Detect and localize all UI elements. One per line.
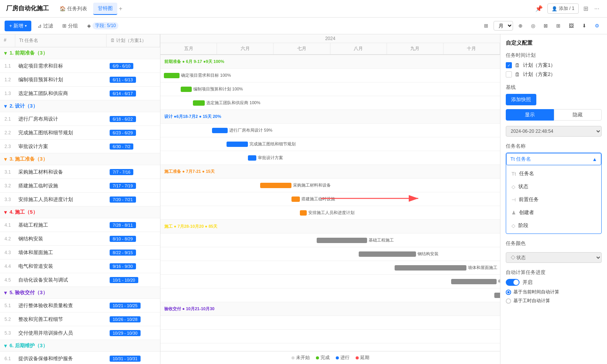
add-baseline-button[interactable]: 添加快照 bbox=[506, 94, 536, 105]
date-badge: 10/1 - 10/20 bbox=[110, 277, 138, 283]
gantt-task-row: 编制项目预算和计划 100% bbox=[160, 82, 500, 96]
task-name[interactable]: 整改和完善工程细节 bbox=[15, 316, 107, 323]
task-row: 2.2 完成施工图纸和细节规划 6/23 - 6/29 bbox=[0, 126, 160, 140]
legend-dot-complete bbox=[316, 356, 319, 359]
task-name[interactable]: 确定项目需求和目标 bbox=[15, 63, 107, 69]
task-name[interactable]: 搭建施工临时设施 bbox=[15, 182, 107, 189]
task-name[interactable]: 进行整体验收和质量检查 bbox=[15, 302, 107, 309]
gantt-month-sep: 九月 bbox=[387, 43, 444, 54]
section-4-arrow[interactable]: ▼ bbox=[3, 209, 8, 215]
period-select[interactable]: 月周日 bbox=[494, 21, 513, 31]
option-predecessor[interactable]: ⊣ 前置任务 bbox=[506, 193, 601, 206]
task-name[interactable]: 安排施工人员和进度计划 bbox=[15, 196, 107, 203]
task-name[interactable]: 采购施工材料和设备 bbox=[15, 169, 107, 176]
task-name-section-title: 任务名称 bbox=[506, 143, 602, 150]
gantt-bar-label: 墙体和屋面施工 bbox=[468, 265, 497, 271]
option-creator[interactable]: ♟ 创建者 bbox=[506, 206, 601, 219]
download-icon[interactable]: ⬇ bbox=[579, 21, 589, 30]
group-button[interactable]: ⊞ 分组 bbox=[59, 21, 81, 31]
task-name[interactable]: 电气和管道安装 bbox=[15, 263, 107, 270]
section-6-arrow[interactable]: ▼ bbox=[3, 343, 8, 349]
task-name[interactable]: 选定施工团队和供应商 bbox=[15, 90, 107, 97]
share-icon[interactable]: ⊕ bbox=[515, 21, 526, 30]
gantt-section-row: 施工 ● 7月28-10月20 ● 85天 bbox=[160, 220, 500, 234]
baseline-toggle: 显示 隐藏 bbox=[506, 109, 602, 121]
fields-icon: ◈ bbox=[87, 23, 91, 29]
section-5-row: ▼ 5. 验收交付（3） bbox=[0, 287, 160, 299]
gantt-bar-label: 采购施工材料和设备 bbox=[293, 182, 331, 188]
gantt-task-row: 自动化设备安装与调试 bbox=[160, 288, 500, 302]
task-name[interactable]: 审批设计方案 bbox=[15, 143, 107, 150]
gantt-bar-label: 搭建施工临时设施 bbox=[301, 196, 335, 202]
task-name[interactable]: 交付使用并培训操作人员 bbox=[15, 330, 107, 337]
task-color-select[interactable]: ◇ 状态 bbox=[506, 252, 602, 263]
task-name[interactable]: 自动化设备安装与调试 bbox=[15, 277, 107, 283]
task-num: 3.2 bbox=[0, 183, 15, 188]
section-2-arrow[interactable]: ▼ bbox=[3, 103, 8, 109]
plan1-checkbox[interactable]: ✓ bbox=[506, 62, 512, 68]
tab-add-btn[interactable]: + bbox=[119, 5, 122, 12]
gantt-section-label: 验收交付 ● 10月21-10月30 bbox=[164, 306, 214, 312]
fit-icon[interactable]: ⊠ bbox=[541, 21, 551, 30]
settings-icon[interactable]: ⚙ bbox=[592, 21, 602, 30]
image-icon[interactable]: 🖼 bbox=[566, 21, 577, 30]
tab-tasklist[interactable]: 🏠 任务列表 bbox=[55, 3, 92, 14]
task-date: 6/14 - 6/17 bbox=[107, 90, 160, 96]
tab-gantt[interactable]: 甘特图 bbox=[93, 3, 117, 15]
col-plan: 🗓 计划（方案1） bbox=[107, 34, 160, 47]
base-current-radio[interactable] bbox=[506, 290, 511, 295]
section-2-label: 2. 设计（3） bbox=[10, 103, 38, 110]
task-num: 2.1 bbox=[0, 116, 15, 122]
gantt-month-aug: 八月 bbox=[330, 43, 387, 54]
gantt-bar bbox=[212, 128, 228, 133]
task-name[interactable]: 墙体和屋面施工 bbox=[15, 249, 107, 256]
task-num: 4.3 bbox=[0, 250, 15, 255]
gantt-task-row: 墙体和屋面施工 bbox=[160, 261, 500, 275]
task-name[interactable]: 进行厂房布局设计 bbox=[15, 116, 107, 122]
task-date: 10/31 - 10/31 bbox=[107, 356, 160, 361]
date-badge: 9/16 - 9/30 bbox=[110, 263, 136, 269]
task-name[interactable]: 钢结构安装 bbox=[15, 235, 107, 242]
more-icon[interactable]: ··· bbox=[593, 5, 601, 13]
task-date: 7/28 - 8/11 bbox=[107, 222, 160, 228]
tab-bar: 🏠 任务列表 甘特图 + bbox=[55, 3, 122, 15]
expand-icon[interactable]: ⊞ bbox=[553, 21, 563, 30]
layout-grid-icon[interactable]: ⊞ bbox=[481, 21, 491, 30]
section-5-arrow[interactable]: ▼ bbox=[3, 290, 8, 296]
section-3-arrow[interactable]: ▼ bbox=[3, 156, 8, 162]
task-name[interactable]: 编制项目预算和计划 bbox=[15, 76, 107, 83]
new-button[interactable]: + 新增 ▾ bbox=[5, 21, 31, 31]
gantt-body[interactable]: 前期准备 ● 6月 9-17 ●9天 100%确定项目需求和目标 100%编制项… bbox=[160, 55, 500, 351]
gantt-bar-label: 选定施工团队和供应商 100% bbox=[206, 100, 260, 106]
show-button[interactable]: 显示 bbox=[506, 109, 554, 121]
legend-dot-inprogress bbox=[336, 356, 339, 359]
filter-button[interactable]: ⊿ 过滤 bbox=[34, 21, 56, 31]
task-num: 4.5 bbox=[0, 277, 15, 283]
plan2-checkbox[interactable] bbox=[506, 71, 512, 77]
option-phase[interactable]: ◇ 阶段 bbox=[506, 219, 601, 232]
task-name[interactable]: 提供设备保修和维护服务 bbox=[15, 355, 107, 362]
section-1-arrow[interactable]: ▼ bbox=[3, 50, 8, 56]
grid-icon[interactable]: ⊞ bbox=[582, 4, 590, 13]
option-status[interactable]: ◇ 状态 bbox=[506, 180, 601, 193]
auto-compute-switch[interactable] bbox=[506, 279, 520, 286]
legend-dot-notstarted bbox=[291, 356, 295, 359]
task-date: 6/9 - 6/10 bbox=[107, 63, 160, 69]
task-date: 7/7 - 7/16 bbox=[107, 169, 160, 175]
add-member-button[interactable]: 👤 添加 / 1 bbox=[547, 3, 579, 14]
main-area: # Tt 任务名 🗓 计划（方案1） ▼ 1. 前期准备（3） 1.1 确定项目… bbox=[0, 34, 607, 364]
task-date: 10/21 - 10/25 bbox=[107, 303, 160, 308]
task-name[interactable]: 基础工程施工 bbox=[15, 222, 107, 229]
task-name-dropdown[interactable]: Tt 任务名 ▲ Tt 任务名 ◇ 状态 ⊣ 前置任务 bbox=[506, 153, 602, 234]
task-name-select[interactable]: Tt 任务名 ▲ bbox=[506, 153, 601, 165]
option-taskname[interactable]: Tt 任务名 bbox=[506, 167, 601, 180]
fields-button[interactable]: ◈ 字段: 5/10 bbox=[84, 21, 121, 31]
task-name[interactable]: 完成施工图纸和细节规划 bbox=[15, 129, 107, 136]
target-icon[interactable]: ◎ bbox=[528, 21, 538, 30]
gantt-year: 2024 bbox=[160, 34, 500, 43]
baseline-time-select[interactable]: 2024-06-20 22:48:54 bbox=[506, 126, 602, 137]
hide-button[interactable]: 隐藏 bbox=[554, 109, 602, 121]
date-badge: 7/7 - 7/16 bbox=[110, 169, 133, 175]
pin-icon[interactable]: 📌 bbox=[534, 4, 544, 13]
base-workday-radio[interactable] bbox=[506, 298, 511, 304]
